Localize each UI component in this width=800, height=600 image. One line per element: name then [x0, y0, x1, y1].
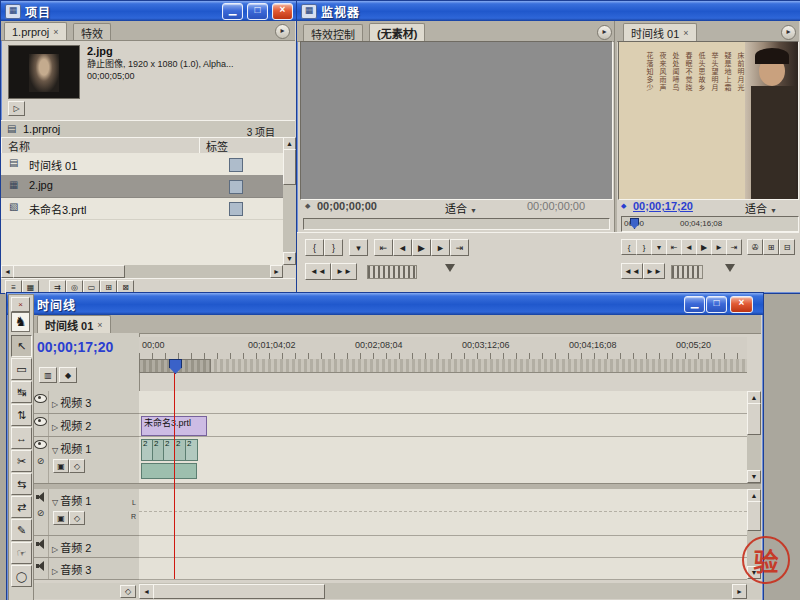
scroll-thumb[interactable]: [283, 149, 296, 185]
clip-still[interactable]: 2: [185, 439, 198, 461]
preview-play-button[interactable]: ▷: [8, 101, 25, 116]
pen-tool[interactable]: ✎: [11, 519, 32, 541]
expand-icon[interactable]: ▷: [52, 400, 58, 409]
play-in-out-button[interactable]: ◄◄: [305, 263, 331, 280]
monitor-titlebar[interactable]: ▦ 监视器: [297, 1, 800, 21]
snap-button[interactable]: ▥: [39, 367, 57, 383]
source-zoom-select[interactable]: 适合 ▼: [445, 200, 477, 216]
export-frame-button[interactable]: ✇: [747, 239, 763, 255]
set-marker-button[interactable]: ▾: [651, 239, 667, 255]
collapse-icon[interactable]: ▽: [52, 446, 58, 455]
set-marker-button[interactable]: ◆: [59, 367, 77, 383]
ripple-edit-tool[interactable]: ↹: [11, 381, 32, 403]
jog-control[interactable]: [671, 265, 703, 279]
loop-button[interactable]: ►►: [331, 263, 357, 280]
source-current-timecode[interactable]: 00;00;00;00: [317, 200, 377, 212]
clip-keyframe-lane[interactable]: [141, 463, 197, 479]
time-ruler[interactable]: 00;00 00;01;04;02 00;02;08;04 00;03;12;0…: [139, 337, 747, 360]
selection-tool[interactable]: ↖: [11, 335, 32, 357]
tab-close-icon[interactable]: ×: [97, 321, 102, 330]
scroll-thumb[interactable]: [747, 403, 761, 435]
list-item-image-selected[interactable]: ▦ 2.jpg: [1, 175, 283, 198]
rate-stretch-tool[interactable]: ↔: [11, 427, 32, 449]
track-content-audio2[interactable]: [139, 536, 747, 558]
tab-source-clip[interactable]: (无素材): [369, 23, 425, 41]
rolling-edit-tool[interactable]: ⇅: [11, 404, 32, 426]
project-titlebar[interactable]: ▦ 项目 ▁ □ ×: [1, 1, 297, 21]
work-area-bar[interactable]: [139, 359, 747, 373]
toggle-sync-lock-icon[interactable]: ⊘: [37, 508, 45, 518]
label-swatch[interactable]: [229, 158, 243, 172]
tab-sequence[interactable]: 时间线 01 ×: [37, 315, 111, 333]
tab-close-icon[interactable]: ×: [683, 29, 688, 38]
maximize-button[interactable]: □: [247, 3, 268, 20]
collapse-icon[interactable]: ▽: [52, 498, 58, 507]
play-button[interactable]: ▶: [412, 239, 431, 256]
go-to-out-button[interactable]: ⇥: [726, 239, 742, 255]
set-out-button[interactable]: }: [324, 239, 343, 256]
step-forward-button[interactable]: ►: [431, 239, 450, 256]
expand-icon[interactable]: ▷: [52, 545, 58, 554]
show-keyframes-button[interactable]: ◇: [69, 459, 85, 473]
toggle-track-output-icon[interactable]: [36, 561, 46, 570]
label-swatch[interactable]: [229, 180, 243, 194]
slide-tool[interactable]: ⇄: [11, 496, 32, 518]
timeline-hscrollbar[interactable]: ◄ ►: [139, 583, 747, 599]
display-style-button[interactable]: ▣: [53, 511, 69, 525]
expand-icon[interactable]: ▷: [52, 567, 58, 576]
show-keyframes-button[interactable]: ◇: [69, 511, 85, 525]
track-content-video1[interactable]: 2 2 2 2 2: [139, 437, 747, 484]
play-in-out-button[interactable]: ◄◄: [621, 263, 643, 279]
list-item-title[interactable]: ▧ 未命名3.prtl: [1, 197, 283, 220]
toggle-track-output-icon[interactable]: [34, 417, 47, 426]
toggle-track-output-icon[interactable]: [34, 440, 47, 449]
close-button[interactable]: ×: [272, 3, 293, 20]
track-content-audio3[interactable]: [139, 558, 747, 580]
source-panel-menu-button[interactable]: ▸: [597, 25, 612, 40]
palette-close-button[interactable]: ×: [11, 297, 30, 312]
step-forward-button[interactable]: ►: [711, 239, 727, 255]
lift-button[interactable]: ⊞: [763, 239, 779, 255]
go-to-out-button[interactable]: ⇥: [450, 239, 469, 256]
scroll-right-icon[interactable]: ►: [732, 584, 747, 599]
expand-icon[interactable]: ▷: [52, 423, 58, 432]
project-hscrollbar[interactable]: ◄ ►: [1, 265, 283, 278]
program-mini-timeline[interactable]: 00;00 00;04;16;08: [621, 216, 799, 232]
tab-effect-controls[interactable]: 特效控制: [303, 24, 363, 41]
scroll-left-icon[interactable]: ◄: [139, 584, 154, 599]
tab-effects[interactable]: 特效: [73, 23, 111, 40]
go-to-in-button[interactable]: ⇤: [374, 239, 393, 256]
timeline-current-timecode[interactable]: 00;00;17;20: [37, 339, 113, 355]
project-vscrollbar[interactable]: ▲ ▼: [283, 137, 296, 265]
program-panel-menu-button[interactable]: ▸: [781, 25, 796, 40]
source-scrub-bar[interactable]: [303, 218, 610, 230]
track-content-video3[interactable]: [139, 391, 747, 414]
zoom-tool[interactable]: ◯: [11, 565, 32, 587]
label-swatch[interactable]: [229, 202, 243, 216]
play-button[interactable]: ▶: [696, 239, 712, 255]
go-to-in-button[interactable]: ⇤: [666, 239, 682, 255]
timeline-titlebar[interactable]: 时间线 ▁ □ ×: [7, 293, 763, 315]
loop-button[interactable]: ►►: [643, 263, 665, 279]
video-vscrollbar[interactable]: ▲ ▼: [747, 391, 761, 483]
extract-button[interactable]: ⊟: [779, 239, 795, 255]
razor-tool[interactable]: ✂: [11, 450, 32, 472]
minimize-button[interactable]: ▁: [222, 3, 243, 20]
panel-menu-button[interactable]: ▸: [275, 24, 290, 39]
toggle-track-output-icon[interactable]: [34, 394, 47, 403]
program-current-timecode[interactable]: 00;00;17;20: [633, 200, 693, 212]
scroll-down-icon[interactable]: ▼: [283, 252, 296, 265]
track-select-tool[interactable]: ▭: [11, 358, 32, 380]
step-back-button[interactable]: ◄: [681, 239, 697, 255]
minimize-button[interactable]: ▁: [684, 296, 705, 313]
slip-tool[interactable]: ⇆: [11, 473, 32, 495]
tab-program-sequence[interactable]: 时间线 01 ×: [623, 23, 697, 41]
hand-tool[interactable]: ☞: [11, 542, 32, 564]
toggle-track-output-icon[interactable]: [36, 492, 46, 501]
track-content-video2[interactable]: 未命名3.prtl: [139, 414, 747, 437]
maximize-button[interactable]: □: [706, 296, 727, 313]
track-content-audio1[interactable]: [139, 489, 747, 536]
close-button[interactable]: ×: [730, 296, 753, 313]
scroll-thumb[interactable]: [153, 584, 325, 599]
set-in-button[interactable]: {: [621, 239, 637, 255]
